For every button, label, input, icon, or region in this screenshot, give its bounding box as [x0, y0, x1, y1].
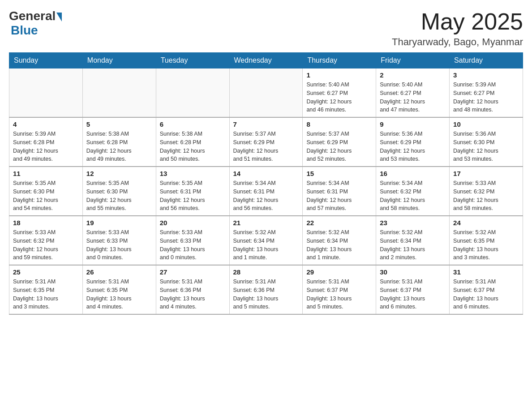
day-info: Sunrise: 5:34 AMSunset: 6:32 PMDaylight:…: [380, 179, 446, 213]
day-info: Sunrise: 5:33 AMSunset: 6:32 PMDaylight:…: [13, 228, 79, 262]
day-number: 21: [233, 219, 299, 227]
calendar-cell: 15Sunrise: 5:34 AMSunset: 6:31 PMDayligh…: [303, 167, 376, 216]
day-info: Sunrise: 5:31 AMSunset: 6:35 PMDaylight:…: [13, 278, 79, 311]
calendar-week-4: 18Sunrise: 5:33 AMSunset: 6:32 PMDayligh…: [9, 216, 523, 265]
day-info: Sunrise: 5:32 AMSunset: 6:34 PMDaylight:…: [380, 228, 446, 262]
month-year-title: May 2025: [392, 9, 523, 34]
calendar-cell: 23Sunrise: 5:32 AMSunset: 6:34 PMDayligh…: [376, 216, 450, 265]
day-info: Sunrise: 5:33 AMSunset: 6:32 PMDaylight:…: [453, 179, 519, 213]
day-number: 20: [160, 219, 226, 227]
day-info: Sunrise: 5:31 AMSunset: 6:36 PMDaylight:…: [160, 278, 226, 311]
calendar-table: SundayMondayTuesdayWednesdayThursdayFrid…: [9, 52, 523, 315]
logo-triangle-icon: [56, 13, 62, 21]
calendar-cell: 20Sunrise: 5:33 AMSunset: 6:33 PMDayligh…: [156, 216, 229, 265]
calendar-cell: 22Sunrise: 5:32 AMSunset: 6:34 PMDayligh…: [303, 216, 376, 265]
day-info: Sunrise: 5:32 AMSunset: 6:34 PMDaylight:…: [233, 228, 299, 262]
page-header: General Blue May 2025 Tharyarwady, Bago,…: [9, 9, 523, 48]
day-info: Sunrise: 5:40 AMSunset: 6:27 PMDaylight:…: [380, 81, 446, 114]
day-info: Sunrise: 5:38 AMSunset: 6:28 PMDaylight:…: [160, 130, 226, 163]
day-info: Sunrise: 5:40 AMSunset: 6:27 PMDaylight:…: [306, 81, 372, 114]
day-number: 14: [233, 170, 299, 177]
calendar-week-2: 4Sunrise: 5:39 AMSunset: 6:28 PMDaylight…: [9, 117, 523, 167]
day-info: Sunrise: 5:32 AMSunset: 6:35 PMDaylight:…: [453, 228, 519, 262]
day-number: 3: [453, 71, 519, 79]
day-number: 7: [233, 120, 299, 128]
day-number: 8: [306, 120, 372, 128]
calendar-cell: 7Sunrise: 5:37 AMSunset: 6:29 PMDaylight…: [229, 117, 303, 167]
day-number: 4: [13, 120, 79, 128]
calendar-cell: 11Sunrise: 5:35 AMSunset: 6:30 PMDayligh…: [9, 167, 83, 216]
calendar-cell: 6Sunrise: 5:38 AMSunset: 6:28 PMDaylight…: [156, 117, 229, 167]
day-number: 5: [86, 120, 152, 128]
day-info: Sunrise: 5:35 AMSunset: 6:30 PMDaylight:…: [13, 179, 79, 213]
weekday-header-sunday: Sunday: [9, 53, 83, 68]
calendar-cell: [229, 68, 303, 118]
day-number: 23: [380, 219, 446, 227]
calendar-cell: 3Sunrise: 5:39 AMSunset: 6:27 PMDaylight…: [450, 68, 523, 118]
day-number: 2: [380, 71, 446, 79]
day-number: 27: [160, 268, 226, 276]
weekday-header-thursday: Thursday: [303, 53, 376, 68]
day-number: 12: [86, 170, 152, 177]
calendar-cell: [82, 68, 156, 118]
weekday-header-monday: Monday: [82, 53, 156, 68]
location-subtitle: Tharyarwady, Bago, Myanmar: [392, 36, 523, 48]
day-number: 11: [13, 170, 79, 177]
day-info: Sunrise: 5:31 AMSunset: 6:37 PMDaylight:…: [306, 278, 372, 311]
calendar-cell: 21Sunrise: 5:32 AMSunset: 6:34 PMDayligh…: [229, 216, 303, 265]
day-info: Sunrise: 5:31 AMSunset: 6:37 PMDaylight:…: [380, 278, 446, 311]
day-info: Sunrise: 5:39 AMSunset: 6:28 PMDaylight:…: [13, 130, 79, 163]
calendar-cell: 29Sunrise: 5:31 AMSunset: 6:37 PMDayligh…: [303, 265, 376, 314]
calendar-cell: 14Sunrise: 5:34 AMSunset: 6:31 PMDayligh…: [229, 167, 303, 216]
calendar-cell: 13Sunrise: 5:35 AMSunset: 6:31 PMDayligh…: [156, 167, 229, 216]
day-info: Sunrise: 5:32 AMSunset: 6:34 PMDaylight:…: [306, 228, 372, 262]
day-number: 29: [306, 268, 372, 276]
calendar-cell: [156, 68, 229, 118]
calendar-cell: 1Sunrise: 5:40 AMSunset: 6:27 PMDaylight…: [303, 68, 376, 118]
weekday-header-friday: Friday: [376, 53, 450, 68]
day-number: 25: [13, 268, 79, 276]
day-number: 6: [160, 120, 226, 128]
calendar-cell: 31Sunrise: 5:31 AMSunset: 6:37 PMDayligh…: [450, 265, 523, 314]
day-number: 9: [380, 120, 446, 128]
calendar-cell: 4Sunrise: 5:39 AMSunset: 6:28 PMDaylight…: [9, 117, 83, 167]
day-number: 30: [380, 268, 446, 276]
day-number: 13: [160, 170, 226, 177]
calendar-cell: 9Sunrise: 5:36 AMSunset: 6:29 PMDaylight…: [376, 117, 450, 167]
day-info: Sunrise: 5:37 AMSunset: 6:29 PMDaylight:…: [233, 130, 299, 163]
day-number: 17: [453, 170, 519, 177]
day-info: Sunrise: 5:33 AMSunset: 6:33 PMDaylight:…: [86, 228, 152, 262]
calendar-cell: 18Sunrise: 5:33 AMSunset: 6:32 PMDayligh…: [9, 216, 83, 265]
day-info: Sunrise: 5:37 AMSunset: 6:29 PMDaylight:…: [306, 130, 372, 163]
day-info: Sunrise: 5:36 AMSunset: 6:29 PMDaylight:…: [380, 130, 446, 163]
day-number: 15: [306, 170, 372, 177]
day-info: Sunrise: 5:34 AMSunset: 6:31 PMDaylight:…: [306, 179, 372, 213]
calendar-cell: 25Sunrise: 5:31 AMSunset: 6:35 PMDayligh…: [9, 265, 83, 314]
calendar-cell: 24Sunrise: 5:32 AMSunset: 6:35 PMDayligh…: [450, 216, 523, 265]
calendar-cell: 19Sunrise: 5:33 AMSunset: 6:33 PMDayligh…: [82, 216, 156, 265]
title-block: May 2025 Tharyarwady, Bago, Myanmar: [392, 9, 523, 48]
day-number: 18: [13, 219, 79, 227]
day-info: Sunrise: 5:39 AMSunset: 6:27 PMDaylight:…: [453, 81, 519, 114]
calendar-cell: 17Sunrise: 5:33 AMSunset: 6:32 PMDayligh…: [450, 167, 523, 216]
logo: General Blue: [9, 9, 62, 38]
day-number: 24: [453, 219, 519, 227]
weekday-header-row: SundayMondayTuesdayWednesdayThursdayFrid…: [9, 53, 523, 68]
calendar-cell: 27Sunrise: 5:31 AMSunset: 6:36 PMDayligh…: [156, 265, 229, 314]
calendar-week-3: 11Sunrise: 5:35 AMSunset: 6:30 PMDayligh…: [9, 167, 523, 216]
day-info: Sunrise: 5:34 AMSunset: 6:31 PMDaylight:…: [233, 179, 299, 213]
day-number: 22: [306, 219, 372, 227]
calendar-cell: 10Sunrise: 5:36 AMSunset: 6:30 PMDayligh…: [450, 117, 523, 167]
day-info: Sunrise: 5:31 AMSunset: 6:35 PMDaylight:…: [86, 278, 152, 311]
weekday-header-saturday: Saturday: [450, 53, 523, 68]
day-info: Sunrise: 5:33 AMSunset: 6:33 PMDaylight:…: [160, 228, 226, 262]
day-info: Sunrise: 5:36 AMSunset: 6:30 PMDaylight:…: [453, 130, 519, 163]
day-number: 26: [86, 268, 152, 276]
calendar-cell: 30Sunrise: 5:31 AMSunset: 6:37 PMDayligh…: [376, 265, 450, 314]
day-info: Sunrise: 5:31 AMSunset: 6:37 PMDaylight:…: [453, 278, 519, 311]
calendar-cell: 28Sunrise: 5:31 AMSunset: 6:36 PMDayligh…: [229, 265, 303, 314]
day-number: 1: [306, 71, 372, 79]
calendar-cell: 26Sunrise: 5:31 AMSunset: 6:35 PMDayligh…: [82, 265, 156, 314]
day-info: Sunrise: 5:38 AMSunset: 6:28 PMDaylight:…: [86, 130, 152, 163]
logo-blue-text: Blue: [11, 23, 38, 38]
